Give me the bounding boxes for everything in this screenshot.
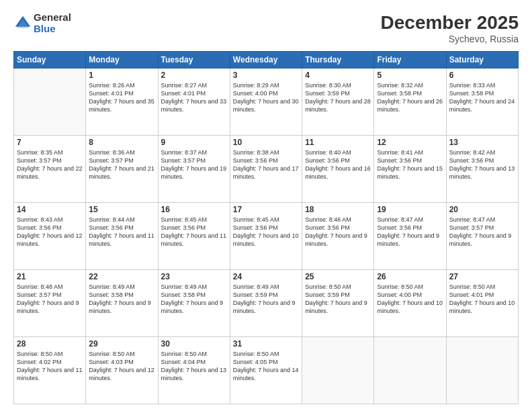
- calendar-cell: 28Sunrise: 8:50 AMSunset: 4:02 PMDayligh…: [14, 337, 86, 404]
- month-title: December 2025: [381, 12, 519, 34]
- cell-info: Sunrise: 8:50 AMSunset: 4:00 PMDaylight:…: [377, 283, 443, 316]
- day-number: 22: [89, 272, 154, 281]
- calendar-cell: 2Sunrise: 8:27 AMSunset: 4:01 PMDaylight…: [158, 68, 230, 136]
- day-number: 24: [233, 272, 299, 281]
- cell-info: Sunrise: 8:45 AMSunset: 3:56 PMDaylight:…: [161, 216, 227, 248]
- calendar-cell: 14Sunrise: 8:43 AMSunset: 3:56 PMDayligh…: [14, 203, 86, 270]
- calendar-cell: 30Sunrise: 8:50 AMSunset: 4:04 PMDayligh…: [158, 337, 230, 404]
- calendar-cell: [374, 337, 446, 404]
- day-number: 14: [17, 205, 83, 214]
- day-number: 8: [89, 138, 154, 147]
- col-header-tuesday: Tuesday: [158, 52, 230, 68]
- day-number: 18: [305, 205, 371, 214]
- col-header-saturday: Saturday: [446, 52, 518, 68]
- day-number: 6: [449, 71, 515, 80]
- day-number: 21: [17, 272, 83, 281]
- cell-info: Sunrise: 8:47 AMSunset: 3:56 PMDaylight:…: [377, 216, 443, 248]
- day-number: 5: [377, 71, 443, 80]
- cell-info: Sunrise: 8:27 AMSunset: 4:01 PMDaylight:…: [161, 81, 227, 114]
- calendar-cell: 7Sunrise: 8:35 AMSunset: 3:57 PMDaylight…: [14, 136, 86, 203]
- cell-info: Sunrise: 8:45 AMSunset: 3:56 PMDaylight:…: [233, 216, 299, 248]
- cell-info: Sunrise: 8:47 AMSunset: 3:57 PMDaylight:…: [449, 216, 515, 248]
- day-number: 30: [161, 339, 227, 349]
- day-number: 2: [161, 71, 227, 80]
- cell-info: Sunrise: 8:50 AMSunset: 3:59 PMDaylight:…: [305, 283, 371, 316]
- calendar-cell: [446, 337, 518, 404]
- calendar-cell: 10Sunrise: 8:38 AMSunset: 3:56 PMDayligh…: [230, 136, 302, 203]
- day-number: 25: [305, 272, 371, 281]
- cell-info: Sunrise: 8:35 AMSunset: 3:57 PMDaylight:…: [17, 148, 83, 181]
- col-header-thursday: Thursday: [302, 52, 374, 68]
- cell-info: Sunrise: 8:29 AMSunset: 4:00 PMDaylight:…: [233, 81, 299, 114]
- day-number: 31: [233, 339, 299, 349]
- calendar-cell: 3Sunrise: 8:29 AMSunset: 4:00 PMDaylight…: [230, 68, 302, 136]
- calendar-cell: 27Sunrise: 8:50 AMSunset: 4:01 PMDayligh…: [446, 270, 518, 337]
- day-number: 15: [89, 205, 154, 214]
- cell-info: Sunrise: 8:49 AMSunset: 3:58 PMDaylight:…: [89, 283, 154, 316]
- col-header-friday: Friday: [374, 52, 446, 68]
- day-number: 11: [305, 138, 371, 147]
- day-number: 23: [161, 272, 227, 281]
- day-number: 26: [377, 272, 443, 281]
- calendar-cell: 11Sunrise: 8:40 AMSunset: 3:56 PMDayligh…: [302, 136, 374, 203]
- calendar-cell: 9Sunrise: 8:37 AMSunset: 3:57 PMDaylight…: [158, 136, 230, 203]
- day-number: 29: [89, 339, 154, 349]
- cell-info: Sunrise: 8:42 AMSunset: 3:56 PMDaylight:…: [449, 148, 515, 181]
- calendar-cell: 12Sunrise: 8:41 AMSunset: 3:56 PMDayligh…: [374, 136, 446, 203]
- cell-info: Sunrise: 8:33 AMSunset: 3:58 PMDaylight:…: [449, 81, 515, 114]
- day-number: 1: [89, 71, 154, 80]
- cell-info: Sunrise: 8:36 AMSunset: 3:57 PMDaylight:…: [89, 148, 154, 181]
- cell-info: Sunrise: 8:43 AMSunset: 3:56 PMDaylight:…: [17, 216, 83, 248]
- calendar-week-3: 21Sunrise: 8:48 AMSunset: 3:57 PMDayligh…: [14, 270, 519, 337]
- day-number: 9: [161, 138, 227, 147]
- calendar-cell: 18Sunrise: 8:46 AMSunset: 3:56 PMDayligh…: [302, 203, 374, 270]
- calendar-cell: 24Sunrise: 8:49 AMSunset: 3:59 PMDayligh…: [230, 270, 302, 337]
- day-number: 20: [449, 205, 515, 214]
- calendar-cell: 23Sunrise: 8:49 AMSunset: 3:58 PMDayligh…: [158, 270, 230, 337]
- day-number: 13: [449, 138, 515, 147]
- cell-info: Sunrise: 8:44 AMSunset: 3:56 PMDaylight:…: [89, 216, 154, 248]
- cell-info: Sunrise: 8:50 AMSunset: 4:01 PMDaylight:…: [449, 283, 515, 316]
- calendar-cell: [302, 337, 374, 404]
- day-number: 7: [17, 138, 83, 147]
- header: General Blue December 2025 Sychevo, Russ…: [13, 12, 519, 44]
- calendar-cell: 16Sunrise: 8:45 AMSunset: 3:56 PMDayligh…: [158, 203, 230, 270]
- calendar-cell: 19Sunrise: 8:47 AMSunset: 3:56 PMDayligh…: [374, 203, 446, 270]
- cell-info: Sunrise: 8:37 AMSunset: 3:57 PMDaylight:…: [161, 148, 227, 181]
- calendar-cell: 6Sunrise: 8:33 AMSunset: 3:58 PMDaylight…: [446, 68, 518, 136]
- col-header-wednesday: Wednesday: [230, 52, 302, 68]
- title-block: December 2025 Sychevo, Russia: [381, 12, 519, 44]
- calendar-header-row: SundayMondayTuesdayWednesdayThursdayFrid…: [14, 52, 519, 68]
- calendar-cell: 31Sunrise: 8:50 AMSunset: 4:05 PMDayligh…: [230, 337, 302, 404]
- day-number: 3: [233, 71, 299, 80]
- calendar-cell: 25Sunrise: 8:50 AMSunset: 3:59 PMDayligh…: [302, 270, 374, 337]
- calendar-table: SundayMondayTuesdayWednesdayThursdayFrid…: [13, 51, 519, 404]
- cell-info: Sunrise: 8:50 AMSunset: 4:03 PMDaylight:…: [89, 350, 154, 383]
- calendar-cell: 21Sunrise: 8:48 AMSunset: 3:57 PMDayligh…: [14, 270, 86, 337]
- calendar-cell: 5Sunrise: 8:32 AMSunset: 3:58 PMDaylight…: [374, 68, 446, 136]
- calendar-cell: 22Sunrise: 8:49 AMSunset: 3:58 PMDayligh…: [86, 270, 158, 337]
- location: Sychevo, Russia: [381, 34, 519, 44]
- calendar-cell: 15Sunrise: 8:44 AMSunset: 3:56 PMDayligh…: [86, 203, 158, 270]
- cell-info: Sunrise: 8:50 AMSunset: 4:02 PMDaylight:…: [17, 350, 83, 383]
- cell-info: Sunrise: 8:49 AMSunset: 3:58 PMDaylight:…: [161, 283, 227, 316]
- day-number: 17: [233, 205, 299, 214]
- calendar-cell: 13Sunrise: 8:42 AMSunset: 3:56 PMDayligh…: [446, 136, 518, 203]
- logo-general-text: General: [34, 12, 71, 24]
- calendar-week-4: 28Sunrise: 8:50 AMSunset: 4:02 PMDayligh…: [14, 337, 519, 404]
- cell-info: Sunrise: 8:48 AMSunset: 3:57 PMDaylight:…: [17, 283, 83, 316]
- cell-info: Sunrise: 8:26 AMSunset: 4:01 PMDaylight:…: [89, 81, 154, 114]
- day-number: 4: [305, 71, 371, 80]
- calendar-cell: 1Sunrise: 8:26 AMSunset: 4:01 PMDaylight…: [86, 68, 158, 136]
- calendar-cell: 17Sunrise: 8:45 AMSunset: 3:56 PMDayligh…: [230, 203, 302, 270]
- day-number: 27: [449, 272, 515, 281]
- cell-info: Sunrise: 8:41 AMSunset: 3:56 PMDaylight:…: [377, 148, 443, 181]
- cell-info: Sunrise: 8:30 AMSunset: 3:59 PMDaylight:…: [305, 81, 371, 114]
- calendar-week-1: 7Sunrise: 8:35 AMSunset: 3:57 PMDaylight…: [14, 136, 519, 203]
- cell-info: Sunrise: 8:40 AMSunset: 3:56 PMDaylight:…: [305, 148, 371, 181]
- cell-info: Sunrise: 8:32 AMSunset: 3:58 PMDaylight:…: [377, 81, 443, 114]
- day-number: 28: [17, 339, 83, 349]
- col-header-monday: Monday: [86, 52, 158, 68]
- cell-info: Sunrise: 8:50 AMSunset: 4:05 PMDaylight:…: [233, 350, 299, 383]
- cell-info: Sunrise: 8:50 AMSunset: 4:04 PMDaylight:…: [161, 350, 227, 383]
